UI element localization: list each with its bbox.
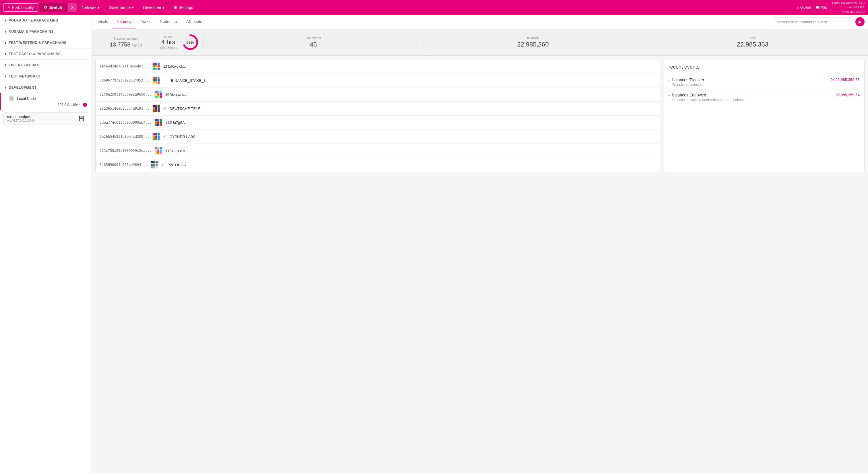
table-row[interactable]: 62f8a25951436cee2a9650... 16Divajwsc... <box>96 88 660 102</box>
epoch-value: 4 hrs <box>160 38 177 46</box>
chevron-down-icon <box>5 74 7 78</box>
github-icon: ⑃ <box>797 5 799 9</box>
node-avatar <box>9 96 14 101</box>
finalized-value: 22,985,360 <box>428 41 638 48</box>
sidebar-section-paseo-header[interactable]: TEST PASEO & PARACHAINS <box>0 49 92 59</box>
validator-icon <box>152 133 160 140</box>
network-label: Network <box>82 5 96 10</box>
table-row[interactable]: 85136514e9b8dc74d919a... ✔ DEUTSCHE TELE… <box>96 102 660 116</box>
validator-name: 14JUa7g5A... <box>165 121 656 125</box>
tab-forks[interactable]: Forks <box>136 15 155 28</box>
verified-check-icon: ✔ <box>161 162 164 167</box>
settings-menu[interactable]: ⚙ Settings <box>169 3 197 11</box>
table-row[interactable]: eac64d24876aaf3a65db1... 12TaRwyKk... <box>96 59 660 73</box>
last-events-value: 46 <box>208 41 418 48</box>
wiki-link[interactable]: 📖 Wiki <box>815 5 828 9</box>
chevron-right-icon: ▸ <box>669 94 670 97</box>
chevron-down-icon <box>5 41 7 45</box>
event-name: balances.Endowed <box>672 93 833 97</box>
node-active-indicator <box>83 103 87 107</box>
validator-name: DEUTSCHE TELE-... <box>169 106 656 111</box>
chevron-down-icon <box>5 63 7 67</box>
validator-icon <box>152 104 160 113</box>
governance-chevron-icon: ▾ <box>132 5 134 10</box>
epoch-text: epoch 4 hrs 1 hr 15 mins <box>160 35 177 50</box>
custom-endpoint-label: custom endpoint <box>7 115 35 119</box>
last-events-label: last events <box>208 36 418 40</box>
save-icon[interactable]: 💾 <box>79 116 84 121</box>
best-block: best 22,985,363 <box>643 35 862 50</box>
local-node-item[interactable]: Local Node <box>0 93 92 102</box>
sidebar-section-test-header[interactable]: TEST NETWORKS <box>0 71 92 82</box>
wiki-icon: 📖 <box>815 5 820 9</box>
chevron-down-icon <box>5 30 7 34</box>
developer-menu[interactable]: Developer ▾ <box>139 3 168 11</box>
governance-menu[interactable]: Governance ▾ <box>105 3 138 11</box>
fork-icon: ⑂ <box>8 5 10 10</box>
search-bar: ▶ <box>773 15 865 29</box>
sidebar-section-kusama-header[interactable]: KUSAMA & PARACHAINS <box>0 26 92 37</box>
validator-name: 1124btppLc... <box>165 149 656 153</box>
switch-button[interactable]: ⟳ Switch <box>39 3 67 12</box>
switch-label: Switch <box>49 5 62 10</box>
event-info: balances.Endowed An account was created … <box>672 93 833 102</box>
table-row[interactable]: 5d69b77932c5e2251f952... — BINANCE_STAKE… <box>96 73 660 88</box>
tab-node-info[interactable]: Node info <box>155 15 182 28</box>
nav-right: ⑃ GitHub 📖 Wiki Parity Polkadot v1.14.0 … <box>797 1 865 14</box>
switch-icon: ⟳ <box>44 5 48 10</box>
event-block-link[interactable]: 22,985,359-54 <box>836 93 860 97</box>
sidebar: POLKADOT & PARACHAINS KUSAMA & PARACHAIN… <box>0 15 92 473</box>
version-info: Parity Polkadot v1.14.0 api v14.0.1 apps… <box>832 1 865 14</box>
validator-icon <box>154 119 162 127</box>
validator-name: BINANCE_STAKE_3 <box>171 78 656 83</box>
dash-icon: — <box>163 78 167 83</box>
table-row[interactable]: 5485690091c365ce9894... ✔ P2P.ORG/7 <box>96 158 660 171</box>
custom-endpoint-url: ws://127.0.0.1:9944 <box>7 119 35 122</box>
last-events-block: last events 46 <box>204 35 423 50</box>
best-label: best <box>648 36 858 40</box>
sub-tabs: details Latency Forks Node info API stat… <box>92 15 207 28</box>
validator-hash: eac64d24876aaf3a65db1... <box>100 64 149 68</box>
table-row[interactable]: 321c755a25d1009959c2ea... 1124btppLc... <box>96 144 660 158</box>
events-title: recent events <box>669 64 860 70</box>
event-block-link-anchor[interactable]: 22,985,359-54 <box>836 93 860 97</box>
event-block-link-anchor[interactable]: 2x 22,985,359-55 <box>831 77 860 82</box>
github-link[interactable]: ⑃ GitHub <box>797 5 811 9</box>
validator-hash: 85136514e9b8dc74d919a... <box>100 106 149 111</box>
validator-icon <box>154 90 162 98</box>
validator-hash: 3dea77de6156e9dd000ab7... <box>100 121 152 125</box>
event-item[interactable]: ▸ balances.Transfer Transfer succeeded 2… <box>669 75 860 90</box>
custom-endpoint[interactable]: custom endpoint ws://127.0.0.1:9944 💾 <box>3 112 88 125</box>
close-button[interactable]: ✕ <box>68 3 76 12</box>
validator-hash: 321c755a25d1009959c2ea... <box>100 149 152 153</box>
network-menu[interactable]: Network ▾ <box>78 3 104 11</box>
event-item[interactable]: ▸ balances.Endowed An account was create… <box>669 90 860 105</box>
sidebar-section-polkadot: POLKADOT & PARACHAINS <box>0 15 92 26</box>
sidebar-section-westend-header[interactable]: TEST WESTEND & PARACHAINS <box>0 37 92 48</box>
search-go-button[interactable]: ▶ <box>856 17 865 26</box>
table-row[interactable]: 3dea77de6156e9dd000ab7... 14JUa7g5A... <box>96 116 660 130</box>
tab-api-stats[interactable]: API stats <box>181 15 207 28</box>
table-row[interactable]: 6e26b54b831e0bb4cd200... ✔ CYPHER LABS <box>96 130 660 144</box>
search-input[interactable] <box>773 18 853 26</box>
verified-check-icon: ✔ <box>163 106 166 111</box>
tab-details[interactable]: details <box>92 15 113 28</box>
sidebar-section-development-header[interactable]: DEVELOPMENT <box>0 82 92 93</box>
custom-endpoint-info: custom endpoint ws://127.0.0.1:9944 <box>7 115 35 122</box>
validators-panel: eac64d24876aaf3a65db1... 12TaRwyKk... 5d… <box>95 59 660 172</box>
validator-hash: 5485690091c365ce9894... <box>100 163 147 167</box>
chevron-right-icon: ▸ <box>669 78 670 82</box>
node-url: 127.0.0.1:9944 <box>58 103 81 107</box>
finalized-label: finalized <box>428 36 638 40</box>
chevron-down-icon <box>5 19 7 22</box>
local-node-label: Local Node <box>17 96 36 101</box>
settings-label: Settings <box>179 5 193 10</box>
top-navigation: ⑂ Fork Locally ⟳ Switch ✕ Network ▾ Gove… <box>0 0 868 15</box>
sidebar-section-kusama: KUSAMA & PARACHAINS <box>0 26 92 37</box>
event-block-link[interactable]: 2x 22,985,359-55 <box>831 77 860 82</box>
fork-locally-button[interactable]: ⑂ Fork Locally <box>3 3 38 12</box>
sidebar-section-live-header[interactable]: LIVE NETWORKS <box>0 60 92 71</box>
tab-latency[interactable]: Latency <box>113 15 136 28</box>
sidebar-section-polkadot-header[interactable]: POLKADOT & PARACHAINS <box>0 15 92 26</box>
event-desc: An account was created with some free ba… <box>672 98 833 102</box>
